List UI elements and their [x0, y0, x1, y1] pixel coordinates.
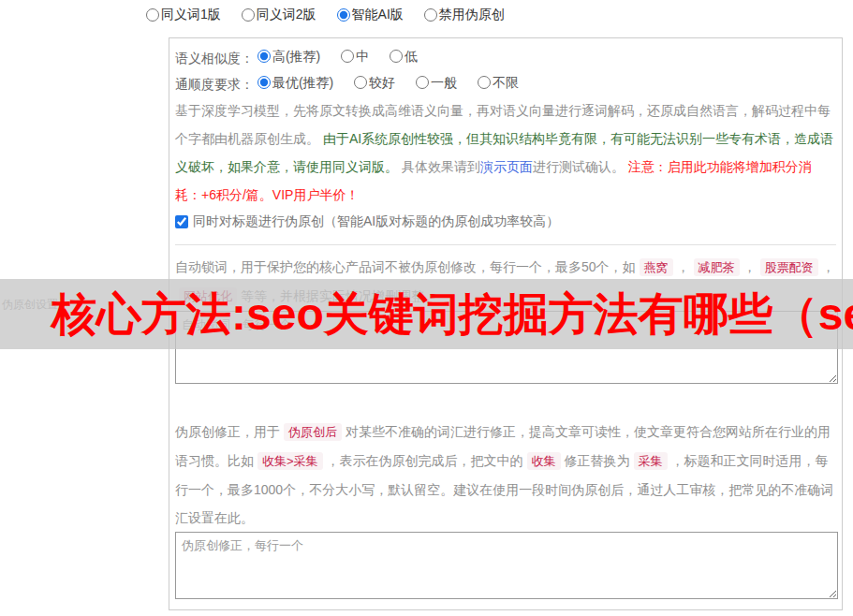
- version-option-synonym2[interactable]: 同义词2版: [242, 7, 316, 23]
- semantic-radio-high[interactable]: [257, 50, 271, 63]
- section-divider: [175, 244, 836, 245]
- fluency-option-good[interactable]: 较好: [354, 72, 395, 93]
- version-option-ai[interactable]: 智能AI版: [337, 7, 404, 23]
- pseudo-original-settings-page: { "sidebar_label": "伪原创设置", "top_version…: [0, 0, 853, 616]
- title-pseudo-checkbox[interactable]: [175, 215, 188, 228]
- title-pseudo-checkbox-label: 同时对标题进行伪原创（智能AI版对标题的伪原创成功率较高）: [193, 213, 559, 230]
- correction-text: ，表示在伪原创完成后，把文中的: [327, 453, 523, 468]
- fluency-option-unlimited[interactable]: 不限: [478, 72, 519, 93]
- fluency-option-label: 最优(推荐): [272, 72, 333, 93]
- version-option-synonym1[interactable]: 同义词1版: [146, 7, 221, 23]
- lock-words-text: 自动锁词，用于保护您的核心产品词不被伪原创修改，每行一个，最多50个，如: [175, 259, 636, 274]
- version-radio-synonym1[interactable]: [146, 8, 159, 22]
- semantic-option-low[interactable]: 低: [390, 46, 418, 66]
- correction-term: 采集: [634, 452, 668, 470]
- lock-words-textarea[interactable]: [175, 311, 838, 384]
- lock-word-example: 股票配资: [760, 258, 818, 276]
- semantic-radio-low[interactable]: [390, 50, 403, 63]
- correction-text: 修正替换为: [565, 453, 630, 468]
- lock-word-example: 燕窝: [640, 258, 673, 276]
- fluency-option-normal[interactable]: 一般: [416, 72, 457, 93]
- fluency-requirement-row: 通顺度要求： 最优(推荐) 较好 一般 不限: [175, 72, 836, 93]
- lock-word-example: 网站优化: [179, 287, 237, 305]
- description-effect-suffix: 进行测试确认。: [533, 159, 625, 174]
- fluency-option-label: 较好: [369, 72, 395, 93]
- semantic-radio-medium[interactable]: [341, 50, 354, 63]
- form-row-label-pseudo-settings: 伪原创设置: [2, 297, 58, 313]
- version-option-label: 智能AI版: [352, 7, 404, 23]
- fluency-option-label: 一般: [431, 72, 457, 93]
- lock-words-text-end: 等等，并根据实际情况增删调整。: [241, 288, 437, 303]
- fluency-radio-normal[interactable]: [416, 76, 429, 89]
- version-option-disable[interactable]: 禁用伪原创: [424, 7, 505, 23]
- semantic-option-high[interactable]: 高(推荐): [257, 46, 320, 66]
- correction-term: 伪原创后: [284, 423, 342, 441]
- correction-term: 收集>采集: [257, 452, 323, 470]
- fluency-radio-good[interactable]: [354, 76, 367, 89]
- semantic-option-label: 高(推荐): [272, 46, 320, 66]
- version-radio-group: 同义词1版 同义词2版 智能AI版 禁用伪原创: [146, 7, 525, 23]
- lock-words-separator: ，: [743, 259, 757, 274]
- semantic-similarity-row: 语义相似度： 高(推荐) 中 低: [175, 46, 836, 66]
- correction-term: 收集: [527, 452, 561, 470]
- fluency-option-best[interactable]: 最优(推荐): [257, 72, 333, 93]
- semantic-option-label: 中: [356, 46, 369, 66]
- lock-words-separator: ，: [822, 259, 835, 274]
- title-pseudo-checkbox-row[interactable]: 同时对标题进行伪原创（智能AI版对标题的伪原创成功率较高）: [175, 213, 836, 231]
- correction-textarea[interactable]: [175, 532, 838, 599]
- semantic-option-medium[interactable]: 中: [341, 46, 369, 66]
- settings-panel: 语义相似度： 高(推荐) 中 低 通顺度要求： 最优(推荐) 较好 一般: [169, 37, 843, 610]
- lock-words-separator: ，: [677, 259, 690, 274]
- fluency-radio-unlimited[interactable]: [478, 76, 491, 89]
- correction-description: 伪原创修正，用于伪原创后对某些不准确的词汇进行修正，提高文章可读性，使文章更符合…: [175, 418, 836, 532]
- semantic-similarity-label: 语义相似度：: [175, 51, 254, 66]
- demo-page-link[interactable]: 演示页面: [480, 159, 533, 174]
- version-radio-ai[interactable]: [337, 8, 350, 22]
- version-option-label: 同义词2版: [257, 7, 316, 23]
- semantic-option-label: 低: [404, 46, 418, 66]
- fluency-requirement-label: 通顺度要求：: [175, 77, 254, 92]
- version-radio-synonym2[interactable]: [242, 8, 255, 22]
- version-radio-disable[interactable]: [424, 8, 437, 22]
- version-option-label: 禁用伪原创: [439, 7, 505, 23]
- lock-words-description: 自动锁词，用于保护您的核心产品词不被伪原创修改，每行一个，最多50个，如燕窝，减…: [175, 253, 836, 311]
- ai-version-description: 基于深度学习模型，先将原文转换成高维语义向量，再对语义向量进行逐词解码，还原成自…: [175, 96, 836, 209]
- version-option-label: 同义词1版: [161, 7, 221, 23]
- description-effect-prefix: 具体效果请到: [402, 159, 480, 174]
- fluency-radio-best[interactable]: [257, 76, 271, 89]
- lock-word-example: 减肥茶: [694, 258, 740, 276]
- correction-text: 伪原创修正，用于: [175, 424, 280, 439]
- fluency-option-label: 不限: [493, 72, 519, 93]
